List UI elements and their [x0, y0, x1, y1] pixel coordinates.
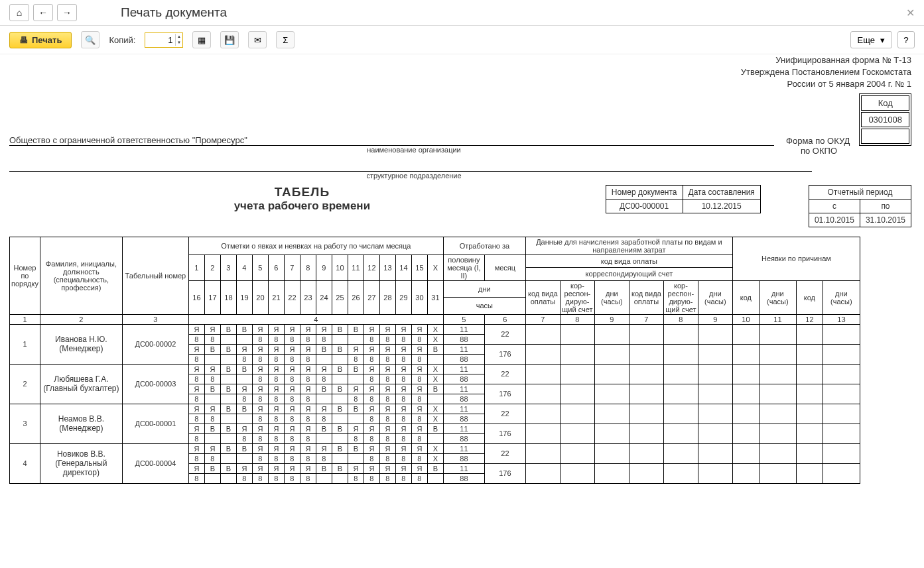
- calc-button[interactable]: ▦: [192, 31, 211, 48]
- okud-label: Форма по ОКУД: [774, 136, 854, 146]
- mail-button[interactable]: ✉: [248, 31, 267, 48]
- print-button[interactable]: 🖶 Печать: [9, 32, 72, 48]
- copies-input[interactable]: [146, 34, 175, 46]
- printer-icon: 🖶: [19, 35, 28, 45]
- okud-value: 0301008: [861, 112, 909, 127]
- table-row: 4Новиков В.В. (Генеральный директор)ДС00…: [10, 443, 860, 453]
- period-to: 31.10.2015: [860, 213, 911, 227]
- toolbar: 🖶 Печать 🔍 Копий: ▲▼ ▦ 💾 ✉ Σ Еще▾ ?: [0, 26, 924, 54]
- codes-box: Код 0301008: [859, 93, 911, 146]
- department-line: [9, 161, 812, 172]
- page-title: Печать документа: [121, 5, 227, 20]
- period-table: Отчетный период спо 01.10.201531.10.2015: [809, 185, 911, 227]
- help-button[interactable]: ?: [897, 31, 915, 48]
- copies-label: Копий:: [109, 35, 135, 45]
- chevron-down-icon: ▾: [880, 35, 885, 45]
- form-header: Унифицированная форма № Т-13 Утверждена …: [9, 54, 911, 91]
- sigma-button[interactable]: Σ: [276, 31, 295, 48]
- table-row: 1Иванова Н.Ю. (Менеджер)ДС00-00002ЯЯВВЯЯ…: [10, 324, 860, 334]
- preview-button[interactable]: 🔍: [81, 31, 99, 48]
- doc-title-block: ТАБЕЛЬ учета рабочего времени: [9, 185, 595, 213]
- okpo-value: [861, 129, 909, 144]
- table-row: 2Любяшева Г.А. (Главный бухгалтер)ДС00-0…: [10, 364, 860, 374]
- document-area[interactable]: Унифицированная форма № Т-13 Утверждена …: [0, 54, 924, 564]
- more-button[interactable]: Еще▾: [850, 31, 892, 48]
- top-bar: ⌂ ← → Печать документа ✕: [0, 0, 924, 26]
- doc-number: ДС00-000001: [606, 199, 683, 213]
- save-button[interactable]: 💾: [220, 31, 239, 48]
- doc-number-table: Номер документаДата составления ДС00-000…: [606, 185, 761, 213]
- okpo-label: по ОКПО: [480, 146, 911, 156]
- table-row: 3Неамов В.В. (Менеджер)ДС00-00001ЯЯВВЯЯЯ…: [10, 404, 860, 414]
- print-label: Печать: [32, 35, 62, 45]
- home-button[interactable]: ⌂: [9, 4, 29, 21]
- organization-name: Общество с ограниченной ответственностью…: [9, 135, 774, 146]
- close-button[interactable]: ✕: [906, 7, 915, 19]
- copies-input-wrap: ▲▼: [145, 32, 183, 48]
- timesheet-table: Номер по порядкуФамилия, инициалы, должн…: [9, 237, 860, 484]
- back-button[interactable]: ←: [33, 4, 53, 21]
- doc-date: 10.12.2015: [683, 199, 760, 213]
- forward-button[interactable]: →: [57, 4, 77, 21]
- period-from: 01.10.2015: [809, 213, 860, 227]
- copies-spinner[interactable]: ▲▼: [175, 34, 182, 46]
